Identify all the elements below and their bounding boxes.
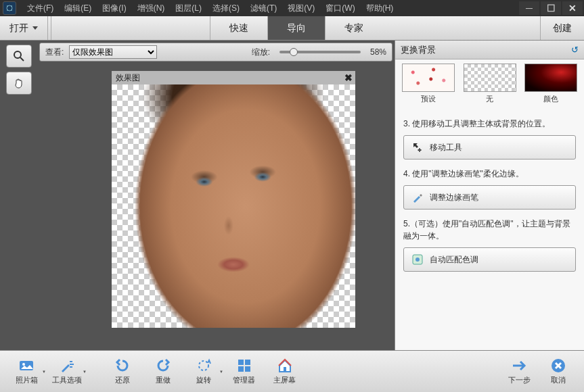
swatch-preset-img — [402, 64, 455, 92]
tabbar: 打开 快速 导向 专家 创建 — [0, 16, 584, 41]
canvas-area: 查看: 仅限效果图 缩放: 58% 效果图✖ — [37, 41, 395, 350]
swatch-none[interactable]: 无 — [464, 64, 516, 104]
right-panel: 更换背景 ↺ 预设 无 颜色 3. 使用移动工具调整主体或背景的位置。 移动工具… — [395, 41, 584, 350]
svg-point-10 — [22, 363, 25, 366]
tab-guided[interactable]: 导向 — [267, 16, 325, 40]
photobin-button[interactable]: 照片箱 — [7, 358, 46, 385]
swatch-color[interactable]: 颜色 — [524, 64, 577, 104]
view-label: 查看: — [45, 47, 64, 58]
organizer-button[interactable]: 管理器 — [225, 358, 264, 385]
menu-edit[interactable]: 编辑(E) — [59, 1, 97, 16]
undo-label: 还原 — [115, 375, 130, 385]
undo-button[interactable]: 还原 — [103, 358, 142, 385]
bottombar: 照片箱 ▼ 工具选项 ▼ 还原 重做 旋转 ▼ 管理器 主屏幕 下一步 取消 — [0, 350, 584, 392]
titlebar: 文件(F) 编辑(E) 图像(I) 增强(N) 图层(L) 选择(S) 滤镜(T… — [0, 0, 584, 16]
swatch-preset[interactable]: 预设 — [402, 64, 455, 104]
move-tool-button[interactable]: 移动工具 — [403, 135, 576, 160]
move-tool-label: 移动工具 — [430, 142, 462, 153]
chevron-icon: ▼ — [83, 370, 87, 374]
menu-file[interactable]: 文件(F) — [22, 1, 59, 16]
zoom-tool[interactable] — [6, 45, 32, 68]
refine-edge-label: 调整边缘画笔 — [430, 192, 478, 203]
home-label: 主屏幕 — [273, 375, 296, 385]
tab-expert[interactable]: 专家 — [325, 16, 382, 40]
chevron-icon: ▼ — [219, 370, 223, 374]
workspace: 查看: 仅限效果图 缩放: 58% 效果图✖ 更换背景 ↺ 预设 无 颜色 3.… — [0, 41, 584, 350]
photobin-label: 照片箱 — [16, 375, 38, 385]
zoombar: 查看: 仅限效果图 缩放: 58% — [39, 43, 392, 62]
menu-layer[interactable]: 图层(L) — [170, 1, 207, 16]
menu-select[interactable]: 选择(S) — [207, 1, 245, 16]
svg-point-8 — [415, 258, 420, 262]
view-select[interactable]: 仅限效果图 — [69, 45, 157, 59]
cancel-button[interactable]: 取消 — [539, 358, 577, 385]
swatch-color-label: 颜色 — [543, 94, 558, 104]
zoom-value: 58% — [370, 47, 386, 57]
organizer-label: 管理器 — [233, 375, 255, 385]
refine-edge-button[interactable]: 调整边缘画笔 — [403, 185, 576, 210]
maximize-button[interactable]: ☐ — [541, 1, 561, 15]
create-button[interactable]: 创建 — [540, 16, 584, 40]
hand-tool[interactable] — [6, 72, 32, 95]
menubar: 文件(F) 编辑(E) 图像(I) 增强(N) 图层(L) 选择(S) 滤镜(T… — [22, 1, 519, 16]
reset-icon[interactable]: ↺ — [571, 45, 579, 55]
open-label: 打开 — [9, 22, 28, 34]
cancel-label: 取消 — [551, 375, 566, 385]
preview-window: 效果图✖ — [112, 71, 355, 328]
step-4-text: 4. 使用"调整边缘画笔"柔化边缘。 — [403, 168, 576, 180]
menu-view[interactable]: 视图(V) — [282, 1, 320, 16]
svg-point-4 — [11, 9, 12, 11]
match-color-button[interactable]: 自动匹配色调 — [403, 247, 576, 272]
svg-point-3 — [7, 9, 8, 11]
svg-point-5 — [14, 51, 21, 58]
open-button[interactable]: 打开 — [0, 16, 48, 40]
swatch-none-label: 无 — [486, 94, 493, 104]
svg-rect-19 — [284, 367, 286, 372]
zoom-slider[interactable] — [279, 51, 361, 53]
menu-image[interactable]: 图像(I) — [97, 1, 131, 16]
face-image — [112, 84, 355, 328]
swatch-color-img — [524, 64, 577, 92]
next-button[interactable]: 下一步 — [500, 358, 538, 385]
zoom-slider-thumb[interactable] — [290, 48, 298, 56]
home-button[interactable]: 主屏幕 — [265, 358, 305, 385]
svg-rect-18 — [245, 366, 250, 372]
rotate-label: 旋转 — [196, 375, 211, 385]
redo-button[interactable]: 重做 — [143, 358, 183, 385]
step-3-text: 3. 使用移动工具调整主体或背景的位置。 — [403, 118, 576, 130]
swatch-row: 预设 无 颜色 — [395, 59, 584, 105]
panel-header: 更换背景 ↺ — [395, 41, 584, 59]
preview-title: 效果图✖ — [112, 71, 355, 84]
close-button[interactable]: ✕ — [562, 1, 583, 15]
swatch-preset-label: 预设 — [421, 94, 436, 104]
menu-help[interactable]: 帮助(H) — [361, 1, 399, 16]
zoom-label: 缩放: — [252, 47, 270, 58]
toolopt-label: 工具选项 — [52, 375, 82, 385]
menu-window[interactable]: 窗口(W) — [320, 1, 360, 16]
chevron-icon: ▼ — [42, 370, 46, 374]
menu-filter[interactable]: 滤镜(T) — [245, 1, 282, 16]
svg-point-2 — [11, 5, 12, 7]
app-icon — [3, 1, 16, 15]
left-tools — [0, 41, 37, 350]
panel-title: 更换背景 — [401, 44, 436, 56]
next-label: 下一步 — [508, 375, 531, 385]
window-controls: ─ ☐ ✕ — [519, 1, 584, 15]
step-5-text: 5.（可选）使用"自动匹配色调"，让主题与背景融为一体。 — [403, 218, 576, 242]
rotate-button[interactable]: 旋转 — [184, 358, 223, 385]
tab-quick[interactable]: 快速 — [210, 16, 267, 40]
preview-image[interactable] — [112, 84, 355, 328]
svg-point-1 — [7, 5, 8, 7]
panel-body: 3. 使用移动工具调整主体或背景的位置。 移动工具 4. 使用"调整边缘画笔"柔… — [395, 105, 584, 280]
redo-label: 重做 — [156, 375, 171, 385]
svg-line-6 — [20, 57, 24, 61]
toolopt-button[interactable]: 工具选项 — [47, 358, 87, 385]
svg-rect-15 — [238, 360, 244, 365]
svg-rect-16 — [245, 360, 250, 365]
match-color-label: 自动匹配色调 — [430, 254, 478, 266]
menu-enhance[interactable]: 增强(N) — [132, 1, 171, 16]
preview-close-icon[interactable]: ✖ — [344, 72, 353, 83]
svg-point-14 — [199, 361, 208, 370]
minimize-button[interactable]: ─ — [519, 1, 539, 15]
preview-title-text: 效果图 — [116, 72, 140, 84]
